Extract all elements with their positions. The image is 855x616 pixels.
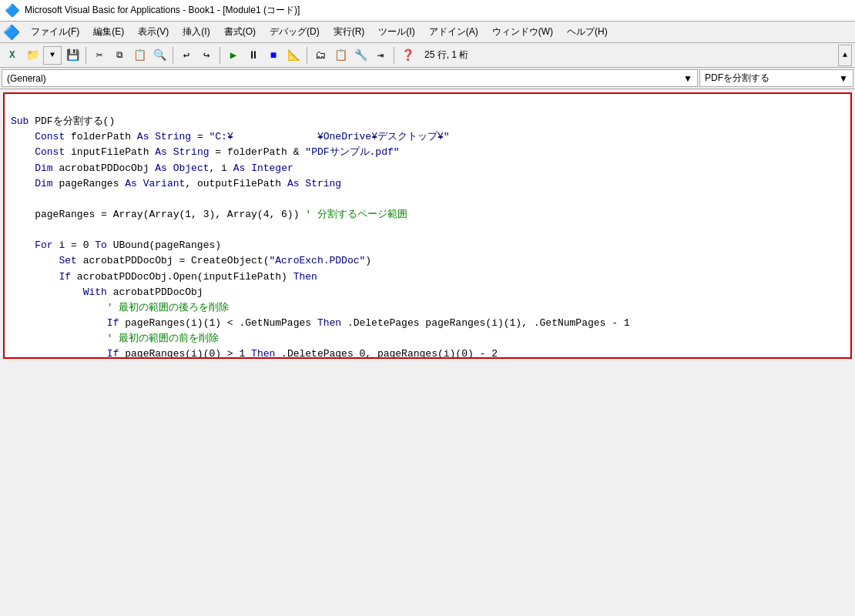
save-btn[interactable]: 💾 xyxy=(63,46,82,65)
cut-btn[interactable]: ✂ xyxy=(90,46,109,65)
scope-label: (General) xyxy=(7,73,46,84)
separator-3 xyxy=(220,47,220,64)
copy-btn[interactable]: ⧉ xyxy=(110,46,129,65)
code-editor[interactable]: Sub PDFを分割する() Const folderPath As Strin… xyxy=(3,92,852,359)
menu-tools[interactable]: ツール(I) xyxy=(372,24,421,40)
toolbar: X 📁 ▼ 💾 ✂ ⧉ 📋 🔍 ↩ ↪ ▶ ⏸ ■ 📐 🗂 📋 🔧 ⇥ ❓ 25… xyxy=(0,43,855,68)
menu-debug[interactable]: デバッグ(D) xyxy=(263,24,326,40)
scope-arrow[interactable]: ▼ xyxy=(683,73,692,84)
code-header: (General) ▼ PDFを分割する ▼ xyxy=(0,68,855,89)
title-bar: 🔷 Microsoft Visual Basic for Application… xyxy=(0,0,855,22)
app-logo: 🔷 xyxy=(3,24,20,41)
toolbar-scroll[interactable]: ▲ xyxy=(838,45,852,66)
design-btn[interactable]: 📐 xyxy=(284,46,303,65)
stop-btn[interactable]: ■ xyxy=(264,46,283,65)
menu-addins[interactable]: アドイン(A) xyxy=(423,24,484,40)
obj-btn[interactable]: 🔧 xyxy=(351,46,370,65)
dropdown-btn[interactable]: ▼ xyxy=(43,46,62,65)
help-btn[interactable]: ❓ xyxy=(398,46,417,65)
pause-btn[interactable]: ⏸ xyxy=(244,46,263,65)
vba-icon-btn[interactable]: 📁 xyxy=(23,46,42,65)
main-area: Sub PDFを分割する() Const folderPath As Strin… xyxy=(0,89,855,616)
menu-insert[interactable]: 挿入(I) xyxy=(176,24,216,40)
menu-run[interactable]: 実行(R) xyxy=(327,24,371,40)
menu-window[interactable]: ウィンドウ(W) xyxy=(486,24,559,40)
separator-1 xyxy=(86,47,86,64)
menu-file[interactable]: ファイル(F) xyxy=(25,24,86,40)
bottom-area xyxy=(0,362,855,616)
undo-btn[interactable]: ↩ xyxy=(177,46,196,65)
find-btn[interactable]: 🔍 xyxy=(150,46,169,65)
menu-format[interactable]: 書式(O) xyxy=(218,24,262,40)
menu-bar: 🔷 ファイル(F) 編集(E) 表示(V) 挿入(I) 書式(O) デバッグ(D… xyxy=(0,22,855,43)
cursor-status: 25 行, 1 桁 xyxy=(424,49,468,62)
menu-edit[interactable]: 編集(E) xyxy=(87,24,130,40)
procedure-arrow[interactable]: ▼ xyxy=(839,73,848,84)
title-text: Microsoft Visual Basic for Applications … xyxy=(25,4,300,17)
tab-btn[interactable]: ⇥ xyxy=(371,46,390,65)
procedure-label: PDFを分割する xyxy=(705,72,770,85)
separator-4 xyxy=(307,47,307,64)
menu-help[interactable]: ヘルプ(H) xyxy=(561,24,614,40)
menu-view[interactable]: 表示(V) xyxy=(132,24,175,40)
code-procedure-selector[interactable]: PDFを分割する ▼ xyxy=(699,69,853,87)
project-btn[interactable]: 🗂 xyxy=(311,46,330,65)
redo-btn[interactable]: ↪ xyxy=(197,46,216,65)
separator-5 xyxy=(394,47,394,64)
props-btn[interactable]: 📋 xyxy=(331,46,350,65)
excel-icon-btn[interactable]: X xyxy=(3,46,22,65)
code-scope-selector[interactable]: (General) ▼ xyxy=(2,69,698,87)
run-btn[interactable]: ▶ xyxy=(224,46,243,65)
separator-2 xyxy=(173,47,173,64)
paste-btn[interactable]: 📋 xyxy=(130,46,149,65)
app-icon: 🔷 xyxy=(5,3,20,18)
